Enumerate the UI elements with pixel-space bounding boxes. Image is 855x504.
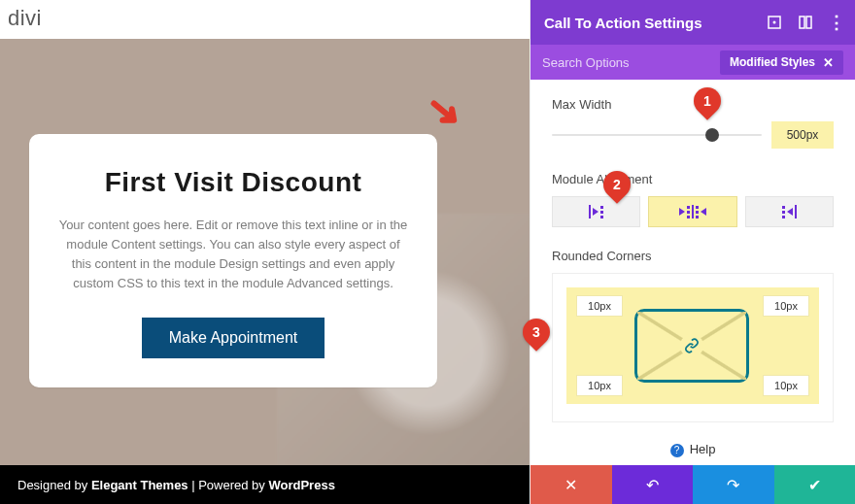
save-button[interactable]: ✔ [774, 465, 856, 504]
corner-top-left[interactable] [576, 295, 623, 317]
modified-styles-pill[interactable]: Modified Styles ✕ [720, 50, 843, 75]
link-corners-icon[interactable] [680, 334, 703, 357]
divi-logo: divi [0, 2, 50, 35]
panel-footer: ✕ ↶ ↷ ✔ [530, 465, 855, 504]
search-options[interactable]: Search Options [542, 55, 630, 70]
more-icon[interactable]: ⋮ [828, 14, 845, 31]
corner-bottom-left[interactable] [576, 375, 623, 396]
corner-top-right[interactable] [763, 295, 809, 317]
align-center-button[interactable] [648, 196, 736, 227]
pill-close-icon[interactable]: ✕ [823, 55, 834, 70]
rounded-corners-control [552, 273, 834, 422]
corner-preview-box [634, 309, 749, 383]
rounded-corners-label: Rounded Corners [552, 249, 834, 263]
card-body: Your content goes here. Edit or remove t… [56, 216, 410, 294]
expand-icon[interactable] [766, 14, 783, 31]
help-icon: ? [670, 444, 684, 457]
svg-point-1 [773, 21, 776, 24]
help-link[interactable]: ?Help [552, 442, 834, 457]
undo-button[interactable]: ↶ [612, 465, 694, 504]
panel-header: Call To Action Settings ⋮ [530, 0, 855, 45]
card-title: First Visit Discount [56, 167, 410, 198]
max-width-slider[interactable] [552, 134, 762, 136]
module-alignment-label: Module Alignment [552, 172, 834, 186]
annotation-badge-1: 1 [688, 82, 727, 120]
cta-card: First Visit Discount Your content goes h… [29, 134, 437, 387]
svg-rect-2 [800, 17, 804, 28]
panel-subheader: Search Options Modified Styles ✕ [530, 45, 855, 80]
slider-thumb[interactable] [705, 128, 719, 142]
pill-label: Modified Styles [730, 55, 815, 69]
align-left-button[interactable] [552, 196, 640, 227]
footer-mid: | Powered by [188, 478, 269, 492]
align-right-button[interactable] [745, 196, 834, 227]
max-width-value[interactable] [771, 121, 834, 149]
panel-title: Call To Action Settings [544, 15, 702, 31]
settings-panel: Call To Action Settings ⋮ Search Options… [530, 0, 855, 504]
cancel-button[interactable]: ✕ [530, 465, 612, 504]
redo-button[interactable]: ↷ [693, 465, 774, 504]
corner-bottom-right[interactable] [763, 375, 809, 396]
footer-prefix: Designed by [17, 478, 91, 492]
footer-platform: WordPress [268, 478, 334, 492]
footer-brand: Elegant Themes [91, 478, 188, 492]
make-appointment-button[interactable]: Make Appointment [142, 318, 325, 358]
preview-footer: Designed by Elegant Themes | Powered by … [0, 465, 530, 504]
help-label: Help [690, 442, 716, 456]
svg-rect-3 [806, 17, 811, 28]
grid-icon[interactable] [797, 14, 814, 31]
